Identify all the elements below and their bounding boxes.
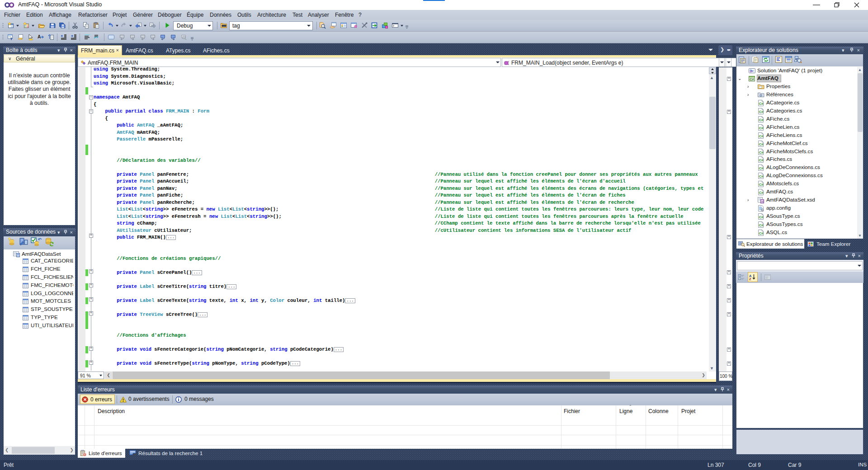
svg-text:C#: C# <box>759 126 764 130</box>
svg-text:C#: C# <box>759 150 764 155</box>
svg-text:C#: C# <box>759 215 764 219</box>
svg-text:C#: C# <box>759 142 764 146</box>
svg-text:A: A <box>38 34 41 39</box>
svg-text:C#: C# <box>759 118 764 122</box>
svg-text:C#: C# <box>759 191 764 195</box>
svg-text:C#: C# <box>759 166 764 170</box>
svg-text:C#: C# <box>759 158 764 162</box>
svg-text:C#: C# <box>759 183 764 187</box>
svg-text:C#: C# <box>759 134 764 138</box>
svg-text:C#: C# <box>759 110 764 114</box>
svg-text:C#: C# <box>750 77 754 81</box>
svg-text:C#: C# <box>759 174 764 179</box>
svg-text:C#: C# <box>759 231 764 235</box>
svg-text:10: 10 <box>761 200 764 203</box>
svg-text:C#: C# <box>759 102 764 106</box>
svg-text:Z: Z <box>749 277 751 281</box>
svg-text:C#: C# <box>759 223 764 227</box>
